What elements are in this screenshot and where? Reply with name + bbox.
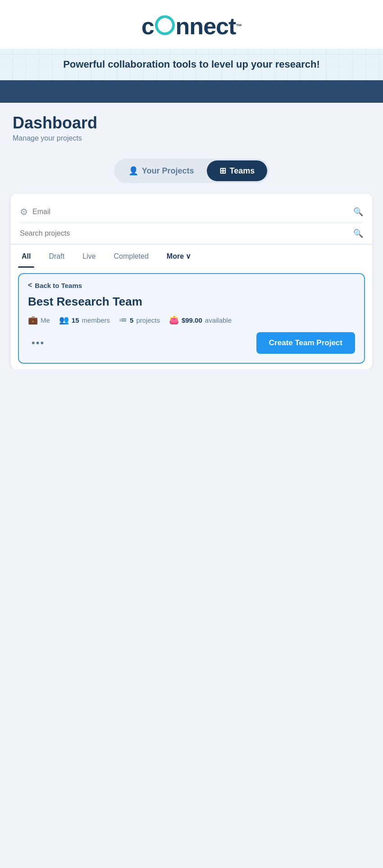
filter-all[interactable]: All bbox=[13, 245, 40, 268]
page-title: Dashboard bbox=[13, 114, 370, 132]
meta-projects: ≔ 5 projects bbox=[119, 315, 160, 325]
filter-more[interactable]: More ∨ bbox=[158, 245, 200, 268]
search-icon-2: 🔍 bbox=[353, 228, 363, 238]
search-row: 🔍 bbox=[20, 223, 363, 244]
dashboard-section: Dashboard Manage your projects bbox=[0, 103, 383, 150]
nav-bar bbox=[0, 80, 383, 103]
banner-text: Powerful collaboration tools to level up… bbox=[63, 59, 320, 70]
banner: Powerful collaboration tools to level up… bbox=[0, 49, 383, 80]
search-icon: 🔍 bbox=[353, 207, 363, 217]
tab-switcher: 👤 Your Projects ⊞ Teams bbox=[114, 159, 269, 183]
back-arrow-icon: < bbox=[28, 281, 32, 289]
filter-live[interactable]: Live bbox=[73, 245, 105, 268]
tab-teams[interactable]: ⊞ Teams bbox=[207, 160, 268, 181]
filter-completed[interactable]: Completed bbox=[105, 245, 157, 268]
dashboard-subtitle: Manage your projects bbox=[13, 134, 370, 142]
meta-balance: 👛 $99.00 available bbox=[169, 315, 232, 325]
logo: c nnect ™ bbox=[141, 13, 242, 40]
filter-draft[interactable]: Draft bbox=[40, 245, 73, 268]
header: c nnect ™ bbox=[0, 0, 383, 49]
create-team-project-button[interactable]: Create Team Project bbox=[256, 332, 355, 354]
main-content: ⚙ 🔍 🔍 All Draft Live Completed bbox=[11, 194, 372, 369]
tab-your-projects[interactable]: 👤 Your Projects bbox=[116, 160, 207, 181]
team-meta: 💼 Me 👥 15 members ≔ 5 projects 👛 $99.00 … bbox=[28, 315, 355, 325]
bottom-content bbox=[0, 369, 383, 820]
teams-icon: ⊞ bbox=[219, 166, 226, 176]
meta-members: 👥 15 members bbox=[59, 315, 110, 325]
logo-circle-icon bbox=[155, 15, 175, 35]
team-name: Best Research Team bbox=[28, 295, 355, 309]
gear-icon: ⚙ bbox=[20, 206, 28, 217]
logo-rest: nnect bbox=[176, 13, 236, 40]
meta-role: 💼 Me bbox=[28, 315, 50, 325]
filter-area: ⚙ 🔍 🔍 bbox=[11, 194, 372, 244]
filter-tabs: All Draft Live Completed More ∨ bbox=[11, 244, 372, 268]
chevron-down-icon: ∨ bbox=[186, 252, 191, 260]
team-card: < Back to Teams Best Research Team 💼 Me … bbox=[18, 273, 365, 364]
email-row: ⚙ 🔍 bbox=[20, 201, 363, 223]
wallet-icon: 👛 bbox=[169, 315, 179, 325]
logo-tm: ™ bbox=[236, 23, 242, 30]
logo-c: c bbox=[141, 13, 154, 40]
person-icon: 👤 bbox=[128, 166, 138, 176]
back-to-teams-link[interactable]: < Back to Teams bbox=[28, 281, 355, 289]
team-actions: ••• Create Team Project bbox=[28, 332, 355, 354]
briefcase-icon: 💼 bbox=[28, 315, 38, 325]
members-icon: 👥 bbox=[59, 315, 69, 325]
projects-icon: ≔ bbox=[119, 315, 127, 325]
email-input[interactable] bbox=[32, 208, 349, 216]
search-input[interactable] bbox=[20, 229, 349, 238]
more-options-button[interactable]: ••• bbox=[28, 335, 48, 351]
